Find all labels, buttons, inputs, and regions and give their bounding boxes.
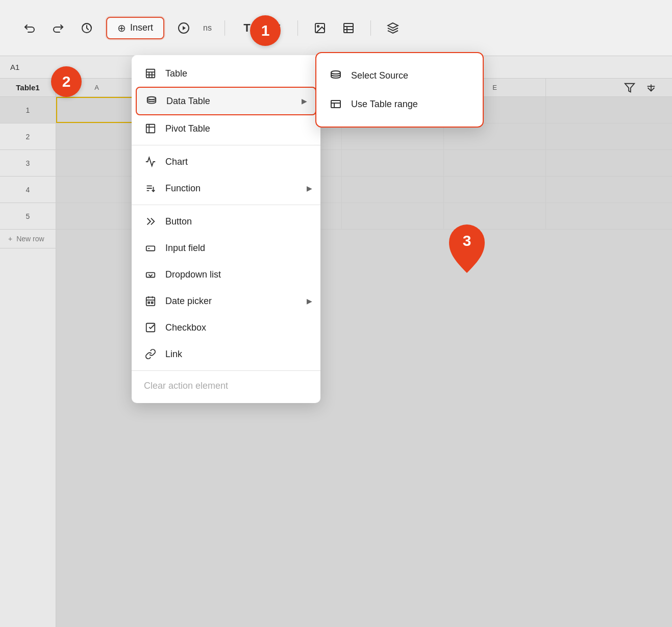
link-icon (144, 347, 157, 361)
insert-button[interactable]: ⊕ Insert (106, 17, 164, 39)
menu-item-clear[interactable]: Clear action element (132, 374, 320, 398)
history-button[interactable] (78, 19, 96, 37)
menu-function-label: Function (165, 183, 201, 194)
row-3[interactable]: 3 (0, 150, 56, 177)
menu-item-date[interactable]: Date picker ▶ (132, 288, 320, 314)
svg-rect-27 (146, 297, 155, 306)
step-1-badge: 1 (250, 15, 281, 46)
menu-item-data-table[interactable]: Data Table ▶ (136, 87, 316, 115)
function-arrow: ▶ (307, 184, 312, 192)
table-range-label: Use Table range (351, 99, 418, 110)
svg-rect-35 (331, 101, 340, 108)
row-5[interactable]: 5 (0, 203, 56, 230)
select-source-label: Select Source (351, 70, 408, 81)
function-icon (144, 182, 157, 195)
menu-clear-label: Clear action element (144, 381, 228, 391)
select-source-icon (329, 68, 343, 83)
data-table-submenu: Select Source Use Table range (315, 52, 484, 128)
menu-item-button[interactable]: Button (132, 208, 320, 235)
menu-item-input[interactable]: Input field (132, 235, 320, 261)
cell-a2[interactable] (56, 123, 138, 149)
text-icon: T (243, 21, 250, 35)
sort-icon[interactable] (645, 82, 657, 93)
submenu-table-range[interactable]: Use Table range (316, 90, 483, 118)
submenu-select-source[interactable]: Select Source (316, 61, 483, 90)
chart-icon (144, 155, 157, 168)
toolbar-ns-label: ns (203, 23, 212, 33)
table-range-icon (329, 97, 343, 111)
undo-button[interactable] (20, 19, 39, 37)
divider-3 (132, 370, 320, 371)
paint-button[interactable] (384, 19, 402, 37)
cell-a4[interactable] (56, 177, 138, 203)
row-2[interactable]: 2 (0, 123, 56, 150)
menu-link-label: Link (165, 349, 182, 360)
cell-e4[interactable] (444, 177, 546, 203)
spreadsheet-area: Table1 1 2 3 4 5 + New row A B C D E (0, 79, 672, 627)
menu-item-dropdown[interactable]: Dropdown list (132, 261, 320, 288)
svg-rect-8 (344, 23, 353, 33)
menu-date-label: Date picker (165, 296, 212, 307)
data-table-arrow: ▶ (302, 97, 307, 105)
data-table-icon (145, 94, 158, 108)
table-icon (144, 67, 157, 80)
cell-ref-label: A1 (10, 63, 19, 71)
svg-text:3: 3 (463, 232, 471, 249)
menu-table-label: Table (165, 68, 187, 79)
svg-point-7 (317, 26, 319, 27)
redo-button[interactable] (49, 19, 67, 37)
step-2-badge: 2 (51, 66, 82, 97)
cell-a5[interactable] (56, 203, 138, 229)
button-icon (144, 215, 157, 228)
new-row-plus: + (8, 235, 12, 243)
row-4[interactable]: 4 (0, 177, 56, 203)
svg-marker-12 (625, 84, 634, 92)
table2-button[interactable] (339, 19, 358, 37)
date-icon (144, 294, 157, 308)
svg-rect-24 (146, 246, 155, 250)
new-row-label: New row (16, 235, 44, 243)
new-row-bar[interactable]: + New row (0, 230, 56, 248)
cell-d4[interactable] (342, 177, 444, 203)
cell-a3[interactable] (56, 150, 138, 176)
cell-a1[interactable] (56, 97, 138, 123)
play-button[interactable] (175, 19, 193, 37)
menu-item-table[interactable]: Table (132, 60, 320, 87)
right-icons-area (624, 79, 657, 97)
cell-d3[interactable] (342, 150, 444, 176)
dropdown-icon (144, 268, 157, 281)
svg-rect-31 (148, 302, 150, 304)
insert-menu: Table Data Table ▶ Pivot Table (132, 55, 320, 403)
menu-data-table-label: Data Table (166, 96, 210, 107)
divider-1 (132, 145, 320, 145)
svg-marker-2 (183, 26, 186, 30)
svg-rect-15 (146, 69, 155, 78)
menu-item-function[interactable]: Function ▶ (132, 175, 320, 202)
divider-2 (132, 205, 320, 205)
menu-item-checkbox[interactable]: Checkbox (132, 314, 320, 341)
step-3-teardrop: 3 (444, 219, 490, 275)
insert-label: Insert (130, 22, 153, 33)
menu-dropdown-label: Dropdown list (165, 269, 221, 280)
menu-item-link[interactable]: Link (132, 341, 320, 367)
input-icon (144, 241, 157, 255)
plus-icon: ⊕ (117, 22, 126, 34)
row-1[interactable]: 1 (0, 97, 56, 123)
svg-point-20 (147, 97, 156, 100)
separator-3 (370, 20, 371, 36)
step-3-container: 3 (444, 219, 490, 275)
date-arrow: ▶ (307, 297, 312, 305)
separator-2 (297, 20, 298, 36)
cell-e3[interactable] (444, 150, 546, 176)
menu-chart-label: Chart (165, 157, 188, 167)
svg-rect-32 (152, 302, 153, 304)
toolbar: ⊕ Insert ns T (0, 0, 672, 56)
image-button[interactable] (311, 19, 329, 37)
menu-item-pivot[interactable]: Pivot Table (132, 115, 320, 142)
table-name-cell: Table1 (0, 79, 56, 97)
menu-item-chart[interactable]: Chart (132, 148, 320, 175)
menu-button-label: Button (165, 216, 192, 227)
filter-icon[interactable] (624, 82, 635, 93)
cell-d5[interactable] (342, 203, 444, 229)
checkbox-icon (144, 321, 157, 334)
